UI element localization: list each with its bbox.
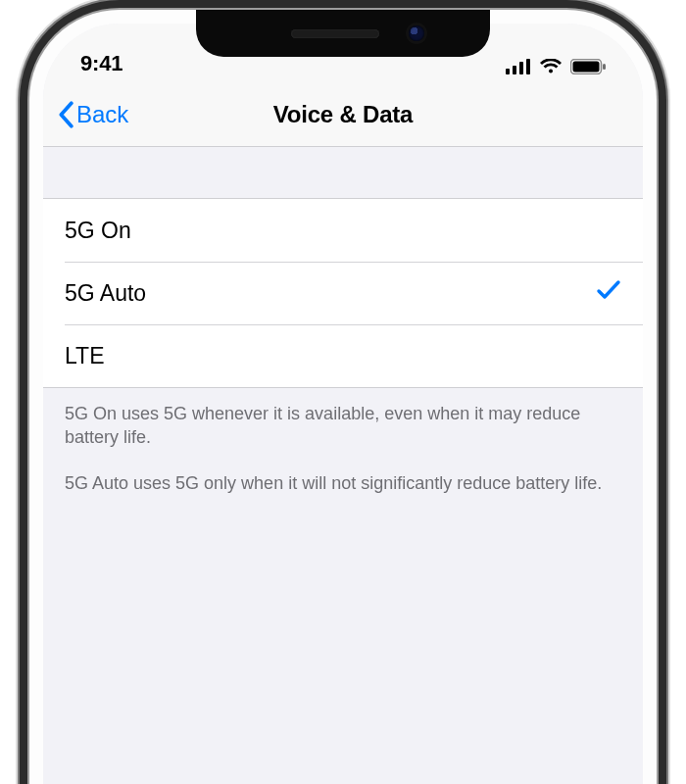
device-frame: 9:41: [29, 10, 657, 784]
svg-rect-1: [513, 66, 516, 74]
options-list: 5G On 5G Auto LTE: [43, 198, 643, 388]
svg-rect-0: [506, 69, 510, 74]
page-title: Voice & Data: [43, 101, 643, 128]
svg-rect-3: [526, 59, 530, 74]
chevron-left-icon: [57, 101, 74, 128]
option-label: LTE: [65, 343, 621, 369]
battery-icon: [570, 59, 606, 74]
option-5g-auto[interactable]: 5G Auto: [43, 262, 643, 324]
checkmark-icon: [596, 278, 621, 308]
svg-rect-2: [519, 62, 523, 74]
list-header-gap: [43, 147, 643, 198]
option-label: 5G Auto: [65, 280, 596, 307]
nav-bar: Back Voice & Data: [43, 82, 643, 147]
svg-rect-5: [573, 62, 600, 73]
notch: [196, 10, 490, 57]
footer-line-1: 5G On uses 5G whenever it is available, …: [65, 402, 621, 450]
back-button[interactable]: Back: [57, 82, 128, 146]
status-time: 9:41: [80, 51, 122, 76]
option-lte[interactable]: LTE: [43, 324, 643, 387]
option-label: 5G On: [65, 218, 621, 244]
svg-rect-6: [603, 64, 606, 70]
front-camera: [409, 25, 424, 41]
option-5g-on[interactable]: 5G On: [43, 199, 643, 262]
screen: 9:41: [43, 24, 643, 784]
footer-line-2: 5G Auto uses 5G only when it will not si…: [65, 471, 621, 495]
back-label: Back: [76, 101, 128, 128]
earpiece-speaker: [291, 29, 379, 38]
wifi-icon: [539, 59, 563, 74]
status-icons: [506, 59, 606, 76]
list-footer: 5G On uses 5G whenever it is available, …: [43, 388, 643, 495]
cellular-icon: [506, 59, 531, 74]
